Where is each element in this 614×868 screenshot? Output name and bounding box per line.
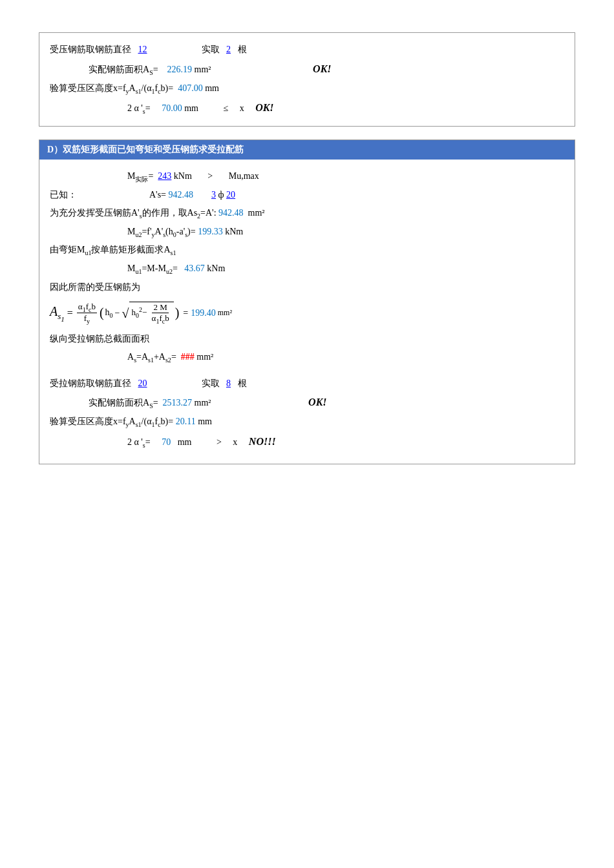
top-l4-rel: ≤ bbox=[223, 101, 228, 116]
top-l4-prefix: 2 α 's= bbox=[127, 101, 151, 117]
formula-close-paren: ) bbox=[175, 305, 180, 320]
sd-line7: 因此所需的受压钢筋为 bbox=[50, 280, 564, 295]
section-d: D）双筋矩形截面已知弯矩和受压钢筋求受拉配筋 M实际= 243 kNm > Mu… bbox=[39, 140, 575, 464]
sd-l1-suffix: Mu,max bbox=[229, 169, 259, 184]
spacer bbox=[50, 368, 564, 373]
sd-line6: Mu1=M-Mu2= 43.67 kNm bbox=[50, 261, 564, 277]
sd-line8: 纵向受拉钢筋总截面面积 bbox=[50, 331, 564, 347]
sd-l13-prefix: 2 α 's= bbox=[127, 435, 151, 451]
top-line4: 2 α 's= 70.00 mm ≤ x OK! bbox=[50, 99, 564, 117]
top-l2-unit: mm² bbox=[195, 62, 211, 78]
top-l3-unit: mm bbox=[205, 81, 219, 96]
sd-line4: Mu2=f'yA's(h0-a's)= 199.33 kNm bbox=[50, 224, 564, 240]
formula-sqrt: √ h02− 2 M α1fcb bbox=[122, 302, 174, 325]
top-l1-diameter: 12 bbox=[138, 42, 147, 57]
sd-l3-text: 为充分发挥受压钢筋A's的作用，取As2=A': bbox=[50, 205, 217, 222]
sd-line1: M实际= 243 kNm > Mu,max bbox=[50, 169, 564, 185]
sd-formula: As1 = α1fcb fy ( h0 − √ h02− 2 M α1fcb bbox=[50, 302, 564, 325]
formula-unit: mm² bbox=[218, 308, 232, 318]
sd-l9-unit: mm² bbox=[196, 349, 213, 365]
sd-line11: 实配钢筋面积AS= 2513.27 mm² OK! bbox=[50, 393, 564, 411]
sd-l1-unit: kNm bbox=[174, 169, 192, 184]
formula-open-paren: ( bbox=[100, 305, 104, 320]
section-d-body: M实际= 243 kNm > Mu,max 已知： A's= bbox=[39, 160, 575, 464]
sd-l3-unit: mm² bbox=[248, 205, 265, 221]
sd-l10-count: 8 bbox=[226, 376, 231, 391]
top-l4-var: x bbox=[240, 101, 244, 116]
sd-l9-value: ### bbox=[181, 349, 195, 365]
top-l2-status: OK! bbox=[313, 60, 331, 78]
formula-eq2: = bbox=[183, 308, 188, 318]
sd-l7-text: 因此所需的受压钢筋为 bbox=[50, 280, 140, 295]
sd-l2-phi: ф bbox=[218, 187, 224, 203]
top-l2-value: 226.19 bbox=[167, 62, 193, 78]
sqrt-symbol: √ bbox=[122, 307, 129, 320]
sd-l4-text: Mu2=f'yA's(h0-a's)= bbox=[127, 224, 196, 240]
sd-l13-unit: mm bbox=[178, 435, 192, 450]
sd-l1-value: 243 bbox=[158, 169, 171, 184]
sd-l2-diameter: 20 bbox=[226, 187, 235, 203]
sd-l2-count: 3 bbox=[211, 187, 216, 203]
sd-l2-prefix: 已知： bbox=[50, 187, 77, 203]
top-l1-count: 2 bbox=[226, 42, 231, 57]
sd-l11-status: OK! bbox=[308, 393, 326, 411]
sd-line10: 受拉钢筋取钢筋直径 20 实取 8 根 bbox=[50, 376, 564, 391]
sd-line12: 验算受压区高度x=fyAs1/(α1fcb)= 20.11 mm bbox=[50, 414, 564, 430]
sd-l2-as-prefix: A's= bbox=[149, 187, 166, 203]
sd-line13: 2 α 's= 70 mm > x NO!!! bbox=[50, 433, 564, 451]
sd-l6-unit: kNm bbox=[207, 261, 225, 276]
top-l3-text: 验算受压区高度x=fyAs1/(α1fcb)= bbox=[50, 81, 173, 97]
sqrt-content: h02− 2 M α1fcb bbox=[129, 302, 173, 325]
top-l1-mid: 实取 bbox=[202, 42, 220, 57]
sd-l2-value: 942.48 bbox=[168, 187, 193, 203]
top-l1-prefix: 受压钢筋取钢筋直径 bbox=[50, 42, 131, 57]
sd-l13-var: x bbox=[233, 435, 237, 450]
sd-l13-status: NO!!! bbox=[249, 433, 276, 450]
sd-l6-text: Mu1=M-Mu2= bbox=[127, 261, 178, 277]
top-section: 受压钢筋取钢筋直径 12 实取 2 根 实配钢筋面积AS= 226.19 mm² bbox=[39, 32, 575, 127]
sd-l10-diameter: 20 bbox=[138, 376, 147, 391]
sd-l9-text: As=As1+As2= bbox=[127, 349, 176, 366]
section-d-header: D）双筋矩形截面已知弯矩和受压钢筋求受拉配筋 bbox=[39, 140, 575, 160]
top-l3-value: 407.00 bbox=[178, 81, 203, 96]
sd-l6-value: 43.67 bbox=[184, 261, 205, 276]
formula-frac-num: α1fcb bbox=[77, 302, 97, 314]
sd-l11-value: 2513.27 bbox=[163, 395, 193, 411]
top-l1-suffix: 根 bbox=[238, 42, 247, 57]
formula-minus: − bbox=[115, 308, 120, 318]
top-l2-prefix: 实配钢筋面积AS= bbox=[89, 62, 158, 78]
main-container: 受压钢筋取钢筋直径 12 实取 2 根 实配钢筋面积AS= 226.19 mm² bbox=[13, 13, 601, 497]
sd-l11-prefix: 实配钢筋面积AS= bbox=[89, 395, 158, 411]
sd-l12-value: 20.11 bbox=[176, 414, 196, 429]
sd-line5: 由弯矩Mu1按单筋矩形截面求As1 bbox=[50, 242, 564, 258]
sd-l1-prefix: M实际= bbox=[127, 169, 153, 185]
sd-l12-unit: mm bbox=[198, 414, 212, 429]
top-l4-status: OK! bbox=[255, 99, 273, 116]
sd-line3: 为充分发挥受压钢筋A's的作用，取As2=A': 942.48 mm² bbox=[50, 205, 564, 222]
sd-l13-rel: > bbox=[217, 435, 222, 450]
formula-frac-den: fy bbox=[83, 313, 91, 325]
formula-frac: α1fcb fy bbox=[77, 302, 97, 325]
sd-l13-value: 70 bbox=[162, 435, 171, 450]
formula-value: 199.40 bbox=[191, 308, 216, 318]
sd-line2: 已知： A's= 942.48 3 ф 20 bbox=[50, 187, 564, 203]
sd-l5-text: 由弯矩Mu1按单筋矩形截面求As1 bbox=[50, 242, 176, 258]
sqrt-frac: 2 M α1fcb bbox=[151, 302, 171, 325]
sd-l10-suffix: 根 bbox=[238, 376, 247, 391]
sd-l1-rel: > bbox=[207, 169, 213, 184]
top-line3: 验算受压区高度x=fyAs1/(α1fcb)= 407.00 mm bbox=[50, 81, 564, 97]
sd-l10-mid: 实取 bbox=[202, 376, 220, 391]
formula-eq1: = bbox=[67, 307, 73, 319]
sd-line9: As=As1+As2= ### mm² bbox=[50, 349, 564, 366]
top-l4-value: 70.00 bbox=[162, 101, 182, 116]
sd-l11-unit: mm² bbox=[195, 395, 211, 411]
sqrt-frac-den: α1fcb bbox=[151, 313, 171, 325]
formula-h0: h0 bbox=[105, 307, 113, 319]
top-line2: 实配钢筋面积AS= 226.19 mm² OK! bbox=[50, 60, 564, 78]
sd-l10-prefix: 受拉钢筋取钢筋直径 bbox=[50, 376, 131, 391]
sd-l4-value: 199.33 bbox=[198, 224, 223, 240]
sd-l12-text: 验算受压区高度x=fyAs1/(α1fcb)= bbox=[50, 414, 173, 430]
sqrt-frac-num: 2 M bbox=[152, 302, 168, 313]
formula-lhs: As1 bbox=[50, 304, 65, 323]
sd-l3-value: 942.48 bbox=[218, 205, 244, 221]
